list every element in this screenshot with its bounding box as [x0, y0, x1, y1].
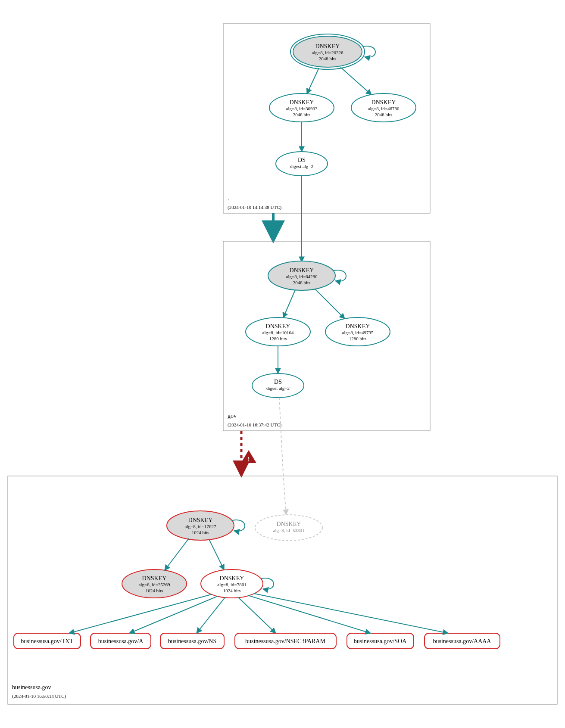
- svg-text:DNSKEY: DNSKEY: [315, 43, 340, 50]
- zone-businessusa: businessusa.gov (2024-01-10 16:50:14 UTC…: [8, 476, 557, 704]
- zone-gov: gov (2024-01-10 16:37:42 UTC) DNSKEY alg…: [223, 241, 430, 431]
- svg-text:1280 bits: 1280 bits: [349, 336, 367, 341]
- svg-text:DNSKEY: DNSKEY: [142, 575, 167, 582]
- rrset-a: businessusa.gov/A: [91, 633, 151, 649]
- svg-text:alg=8, id=20326: alg=8, id=20326: [312, 50, 343, 55]
- svg-text:2048 bits: 2048 bits: [293, 280, 311, 285]
- node-gov-ksk: DNSKEY alg=8, id=64280 2048 bits: [268, 261, 335, 290]
- node-businessusa-missing: DNSKEY alg=8, id=53801: [255, 515, 322, 541]
- svg-text:alg=8, id=35269: alg=8, id=35269: [139, 582, 170, 587]
- svg-text:digest alg=2: digest alg=2: [290, 164, 313, 169]
- node-root-ksk: DNSKEY alg=8, id=20326 2048 bits: [290, 34, 365, 69]
- svg-text:1024 bits: 1024 bits: [192, 530, 209, 535]
- svg-text:businessusa.gov/SOA: businessusa.gov/SOA: [354, 638, 407, 644]
- node-gov-zsk1: DNSKEY alg=8, id=10104 1280 bits: [246, 317, 310, 346]
- node-root-zsk1: DNSKEY alg=8, id=30903 2048 bits: [269, 93, 334, 122]
- edge-zsk-soa: [248, 595, 371, 633]
- svg-text:alg=8, id=30903: alg=8, id=30903: [286, 106, 318, 111]
- svg-text:DS: DS: [298, 157, 306, 163]
- warning-icon: !: [241, 450, 256, 463]
- svg-text:!: !: [248, 456, 250, 463]
- zone-gov-name: gov: [228, 413, 237, 419]
- edge-gov-ksk-zsk1: [283, 290, 295, 318]
- edge-root-ksk-zsk1: [307, 68, 319, 94]
- svg-text:DS: DS: [274, 379, 282, 385]
- node-root-ds: DS digest alg=2: [276, 152, 328, 176]
- svg-text:DNSKEY: DNSKEY: [188, 517, 213, 523]
- zone-businessusa-timestamp: (2024-01-10 16:50:14 UTC): [12, 694, 66, 699]
- svg-text:alg=8, id=46780: alg=8, id=46780: [368, 106, 400, 111]
- edge-zsk-nsec3param: [238, 597, 276, 633]
- svg-text:businessusa.gov/A: businessusa.gov/A: [98, 638, 144, 644]
- svg-text:alg=8, id=53801: alg=8, id=53801: [273, 528, 305, 533]
- svg-text:DNSKEY: DNSKEY: [371, 99, 396, 106]
- svg-text:businessusa.gov/TXT: businessusa.gov/TXT: [21, 638, 73, 644]
- rrset-ns: businessusa.gov/NS: [160, 633, 224, 649]
- svg-text:1024 bits: 1024 bits: [223, 588, 241, 593]
- svg-text:alg=8, id=17627: alg=8, id=17627: [185, 524, 216, 529]
- node-gov-ds: DS digest alg=2: [252, 373, 304, 398]
- svg-text:alg=8, id=7861: alg=8, id=7861: [217, 582, 246, 587]
- edge-gov-ksk-zsk2: [315, 289, 345, 319]
- svg-rect-34: [8, 476, 557, 704]
- svg-text:DNSKEY: DNSKEY: [220, 575, 244, 582]
- node-businessusa-k2: DNSKEY alg=8, id=35269 1024 bits: [122, 569, 187, 598]
- edge-businessusa-ksk-zsk: [209, 539, 224, 570]
- svg-text:businessusa.gov/NS: businessusa.gov/NS: [168, 638, 216, 644]
- svg-text:businessusa.gov/NSEC3PARAM: businessusa.gov/NSEC3PARAM: [245, 638, 325, 644]
- rrset-nsec3param: businessusa.gov/NSEC3PARAM: [235, 633, 336, 649]
- zone-gov-timestamp: (2024-01-10 16:37:42 UTC): [228, 422, 282, 428]
- node-root-zsk2: DNSKEY alg=8, id=46780 2048 bits: [351, 93, 416, 122]
- zone-root: . (2024-01-10 14:14:38 UTC) DNSKEY alg=8…: [223, 24, 430, 213]
- svg-text:alg=8, id=49735: alg=8, id=49735: [342, 330, 374, 335]
- zone-businessusa-name: businessusa.gov: [12, 684, 51, 691]
- rrset-aaaa: businessusa.gov/AAAA: [425, 633, 500, 649]
- node-businessusa-ksk: DNSKEY alg=8, id=17627 1024 bits: [167, 511, 234, 540]
- svg-text:DNSKEY: DNSKEY: [266, 323, 290, 330]
- edge-businessusa-ksk-k2: [165, 538, 189, 570]
- svg-text:DNSKEY: DNSKEY: [290, 99, 314, 106]
- svg-text:2048 bits: 2048 bits: [319, 56, 337, 61]
- svg-text:alg=8, id=64280: alg=8, id=64280: [286, 274, 318, 279]
- edge-root-ksk-zsk2: [340, 67, 371, 95]
- svg-text:DNSKEY: DNSKEY: [277, 521, 301, 527]
- svg-text:alg=8, id=10104: alg=8, id=10104: [262, 330, 294, 335]
- zone-root-timestamp: (2024-01-10 14:14:38 UTC): [228, 205, 282, 210]
- node-gov-zsk2: DNSKEY alg=8, id=49735 1280 bits: [325, 317, 390, 346]
- svg-text:2048 bits: 2048 bits: [375, 112, 393, 117]
- svg-text:1024 bits: 1024 bits: [146, 588, 163, 593]
- dnssec-diagram: . (2024-01-10 14:14:38 UTC) DNSKEY alg=8…: [0, 0, 565, 728]
- node-businessusa-zsk: DNSKEY alg=8, id=7861 1024 bits: [201, 569, 263, 598]
- zone-root-name: .: [228, 195, 229, 202]
- svg-text:businessusa.gov/AAAA: businessusa.gov/AAAA: [433, 638, 492, 644]
- rrset-txt: businessusa.gov/TXT: [14, 633, 81, 649]
- svg-text:DNSKEY: DNSKEY: [346, 323, 370, 330]
- edge-zsk-txt: [69, 594, 211, 633]
- svg-text:2048 bits: 2048 bits: [293, 112, 311, 117]
- edge-zsk-a: [129, 596, 218, 633]
- svg-text:DNSKEY: DNSKEY: [290, 267, 314, 274]
- svg-text:digest alg=2: digest alg=2: [266, 386, 290, 391]
- svg-text:1280 bits: 1280 bits: [269, 336, 287, 341]
- rrset-soa: businessusa.gov/SOA: [347, 633, 414, 649]
- edge-gov-ds-missing: [279, 398, 286, 515]
